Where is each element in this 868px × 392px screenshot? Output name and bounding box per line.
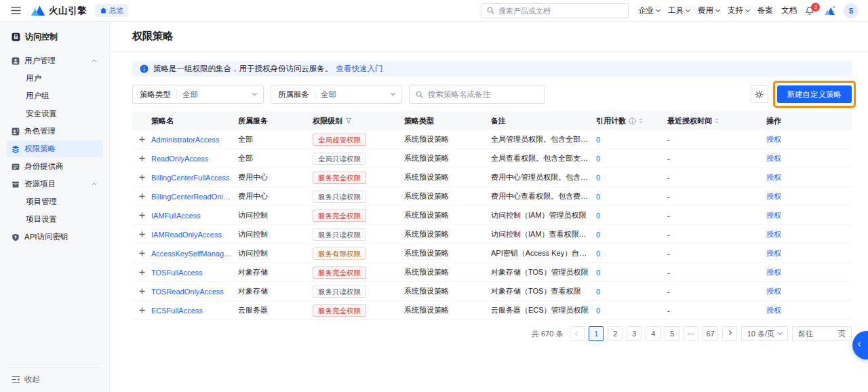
ref-count-link[interactable]: 0 xyxy=(596,269,662,277)
expand-row-button[interactable] xyxy=(139,136,145,142)
page-number-button[interactable]: ⋯ xyxy=(684,326,698,341)
page-number-button[interactable]: 3 xyxy=(627,326,642,341)
sidebar-item[interactable]: 用户 xyxy=(7,70,103,87)
overview-badge[interactable]: 总览 xyxy=(95,4,128,17)
ref-count-link[interactable]: 0 xyxy=(596,174,662,182)
notifications-button[interactable]: 3 xyxy=(805,6,814,16)
prev-page-button[interactable] xyxy=(570,326,585,341)
sidebar-item[interactable]: API访问密钥 xyxy=(7,229,103,246)
global-search[interactable] xyxy=(481,3,629,18)
authorize-link[interactable]: 授权 xyxy=(766,135,781,143)
ref-count-link[interactable]: 0 xyxy=(596,212,662,220)
ref-count-link[interactable]: 0 xyxy=(596,250,662,258)
expand-row-button[interactable] xyxy=(139,288,145,294)
last-auth-cell: - xyxy=(667,288,670,296)
policy-name-link[interactable]: IAMFullAccess xyxy=(151,212,233,220)
ref-count-link[interactable]: 0 xyxy=(596,307,662,315)
page-number-button[interactable]: 4 xyxy=(646,326,660,341)
service-select[interactable]: 所属服务 全部 xyxy=(271,85,402,104)
ref-count-link[interactable]: 0 xyxy=(596,288,662,296)
volcengine-logo[interactable]: 火山引擎 xyxy=(31,5,87,17)
sidebar-item[interactable]: 安全设置 xyxy=(7,105,103,122)
next-page-button[interactable] xyxy=(722,326,737,341)
authorize-link[interactable]: 授权 xyxy=(766,192,781,200)
console-mountain-icon[interactable] xyxy=(824,6,835,16)
authorize-link[interactable]: 授权 xyxy=(766,173,781,181)
remark-cell: 云服务器（ECS）管理员权限 xyxy=(491,305,591,315)
nav-menu-item[interactable]: 企业 xyxy=(638,5,660,16)
filter-funnel-icon[interactable] xyxy=(345,117,352,124)
ref-count-link[interactable]: 0 xyxy=(596,155,662,163)
service-cell: 对象存储 xyxy=(238,268,268,276)
expand-row-button[interactable] xyxy=(139,155,145,161)
main-content: 权限策略 策略是一组权限的集合，用于授权身份访问云服务。 查看快速入门 策略类型… xyxy=(110,22,868,392)
sidebar-root-access-control[interactable]: 访问控制 xyxy=(0,22,109,43)
authorize-link[interactable]: 授权 xyxy=(766,287,781,295)
nav-menu-item[interactable]: 备案 xyxy=(757,5,773,16)
user-avatar[interactable]: 5 xyxy=(844,3,859,18)
sidebar-item[interactable]: 角色管理 xyxy=(7,123,103,140)
page-number-button[interactable]: 5 xyxy=(665,326,679,341)
table-settings-button[interactable] xyxy=(751,85,768,103)
policy-type-select[interactable]: 策略类型 全部 xyxy=(132,85,264,104)
expand-row-button[interactable] xyxy=(139,231,145,237)
sidebar-item[interactable]: 资源项目 xyxy=(7,176,103,193)
expand-row-button[interactable] xyxy=(139,193,145,199)
permission-level-badge: 服务只读权限 xyxy=(313,229,366,241)
nav-menu-item[interactable]: 工具 xyxy=(668,5,690,16)
expand-row-button[interactable] xyxy=(139,269,145,275)
page-number-button[interactable]: 2 xyxy=(608,326,623,341)
policy-search[interactable] xyxy=(409,85,545,104)
policy-name-link[interactable]: AdministratorAccess xyxy=(151,136,233,144)
goto-page-input[interactable] xyxy=(816,330,836,338)
global-search-input[interactable] xyxy=(498,7,623,15)
table-row: AdministratorAccess 全部 全局超管权限 系统预设策略 全局管… xyxy=(132,130,852,149)
policy-type-cell: 系统预设策略 xyxy=(404,306,449,314)
policy-name-link[interactable]: AccessKeySelfManageAcc... xyxy=(151,250,233,258)
hamburger-menu-icon[interactable] xyxy=(11,7,21,14)
policy-name-link[interactable]: IAMReadOnlyAccess xyxy=(151,231,233,239)
navbar-menus: 企业 工具 费用 支持 备案 文档 xyxy=(638,5,797,16)
page-size-select[interactable]: 10 条/页 xyxy=(741,326,788,341)
sort-icon[interactable] xyxy=(639,118,643,123)
sidebar-item[interactable]: 身份提供商 xyxy=(7,158,103,175)
nav-menu-item[interactable]: 文档 xyxy=(781,5,797,16)
policy-name-link[interactable]: TOSReadOnlyAccess xyxy=(151,288,233,296)
expand-row-button[interactable] xyxy=(139,250,145,256)
last-auth-cell: - xyxy=(667,174,670,182)
authorize-link[interactable]: 授权 xyxy=(766,154,781,162)
authorize-link[interactable]: 授权 xyxy=(766,230,781,238)
policy-name-link[interactable]: BillingCenterReadOnlyAcce... xyxy=(151,193,233,201)
expand-row-button[interactable] xyxy=(139,212,145,218)
sidebar-item[interactable]: 用户管理 xyxy=(7,52,103,69)
policy-search-input[interactable] xyxy=(428,90,538,98)
sidebar-item[interactable]: 用户组 xyxy=(7,87,103,104)
policy-table: 策略名 所属服务 权限级别 策略类型 备注 引用计数 xyxy=(132,111,852,320)
ref-count-link[interactable]: 0 xyxy=(596,136,662,144)
policy-name-link[interactable]: ECSFullAccess xyxy=(151,307,233,315)
page-number-button[interactable]: 67 xyxy=(703,326,717,341)
policy-name-link[interactable]: ReadOnlyAccess xyxy=(151,155,233,163)
expand-row-button[interactable] xyxy=(139,174,145,180)
policy-type-cell: 系统预设策略 xyxy=(404,154,449,162)
ref-count-link[interactable]: 0 xyxy=(596,193,662,201)
expand-row-button[interactable] xyxy=(139,307,145,313)
nav-menu-item[interactable]: 费用 xyxy=(698,5,719,16)
sidebar-item[interactable]: 权限策略 xyxy=(7,140,103,157)
authorize-link[interactable]: 授权 xyxy=(766,306,781,314)
sidebar-item[interactable]: 项目设置 xyxy=(7,211,103,228)
authorize-link[interactable]: 授权 xyxy=(766,249,781,257)
create-custom-policy-button[interactable]: 新建自定义策略 xyxy=(777,85,852,103)
collapse-sidebar-button[interactable]: 收起 xyxy=(0,368,109,392)
policy-name-link[interactable]: TOSFullAccess xyxy=(151,269,233,277)
navbar-left: 火山引擎 总览 xyxy=(0,4,128,17)
sort-icon[interactable] xyxy=(715,118,719,123)
authorize-link[interactable]: 授权 xyxy=(766,268,781,276)
policy-name-link[interactable]: BillingCenterFullAccess xyxy=(151,174,233,182)
sidebar-item[interactable]: 项目管理 xyxy=(7,193,103,210)
ref-count-link[interactable]: 0 xyxy=(596,231,662,239)
nav-menu-item[interactable]: 支持 xyxy=(728,5,749,16)
authorize-link[interactable]: 授权 xyxy=(766,211,781,219)
quickstart-link[interactable]: 查看快速入门 xyxy=(336,64,383,74)
page-number-button[interactable]: 1 xyxy=(589,326,604,341)
